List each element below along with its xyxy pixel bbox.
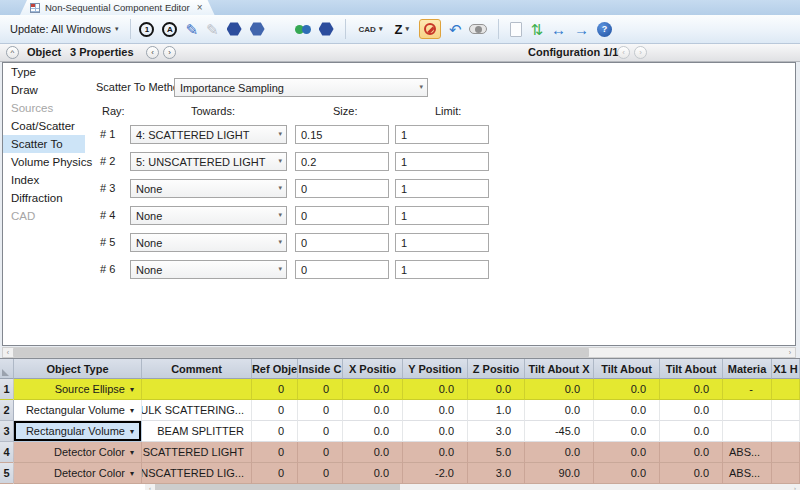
row-number[interactable]: 4: [0, 442, 14, 463]
cell-x[interactable]: 0.0: [343, 421, 403, 442]
cell-material[interactable]: ABS...: [723, 463, 772, 484]
cell-material[interactable]: [723, 400, 772, 421]
close-icon[interactable]: ×: [197, 2, 203, 13]
cell-object-type[interactable]: Source Ellipse▾: [14, 379, 142, 400]
help-icon[interactable]: ?: [597, 22, 612, 37]
cell-x1[interactable]: [772, 400, 800, 421]
cell-inside[interactable]: 0: [298, 421, 343, 442]
size-input[interactable]: 0.2: [295, 152, 389, 171]
row-number[interactable]: 5: [0, 463, 14, 484]
limit-input[interactable]: 1: [395, 260, 489, 279]
update-mode-dropdown[interactable]: Update: All Windows ▾: [6, 21, 122, 37]
cell-comment[interactable]: SCATTERED LIGHT: [142, 442, 252, 463]
cell-ref[interactable]: 0: [252, 421, 298, 442]
solid-model-icon[interactable]: [227, 22, 242, 36]
cell-material[interactable]: -: [723, 379, 772, 400]
limit-input[interactable]: 1: [395, 206, 489, 225]
cell-x1[interactable]: [772, 421, 800, 442]
detector-grid-icon[interactable]: [273, 23, 287, 35]
move-left-right-icon[interactable]: ↔: [551, 22, 566, 37]
cell-object-type[interactable]: Detector Color▾: [14, 463, 142, 484]
cell-tilt-y[interactable]: 0.0: [594, 463, 660, 484]
cell-ref[interactable]: 0: [252, 400, 298, 421]
collapse-panel-button[interactable]: ^: [6, 46, 19, 59]
cell-inside[interactable]: 0: [298, 442, 343, 463]
cell-z[interactable]: 5.0: [468, 442, 525, 463]
size-input[interactable]: 0: [295, 179, 389, 198]
cell-tilt-z[interactable]: 0.0: [660, 379, 723, 400]
cell-inside[interactable]: 0: [298, 400, 343, 421]
cell-comment[interactable]: BULK SCATTERING...: [142, 400, 252, 421]
cell-comment[interactable]: [142, 379, 252, 400]
cell-object-type[interactable]: Rectangular Volume▾: [14, 421, 142, 442]
cell-ref[interactable]: 0: [252, 379, 298, 400]
ray-dots-icon[interactable]: [295, 25, 311, 34]
cell-tilt-x[interactable]: 0.0: [525, 379, 594, 400]
cell-x[interactable]: 0.0: [343, 463, 403, 484]
cell-z[interactable]: 0.0: [468, 379, 525, 400]
towards-select[interactable]: None▾: [130, 206, 287, 225]
cell-x[interactable]: 0.0: [343, 442, 403, 463]
next-icon[interactable]: →: [574, 22, 589, 37]
scroll-right-icon[interactable]: ›: [790, 484, 800, 490]
limit-input[interactable]: 1: [395, 233, 489, 252]
sidebar-item-type[interactable]: Type: [3, 63, 85, 81]
cell-x1[interactable]: [772, 442, 800, 463]
cell-y[interactable]: -2.0: [403, 463, 468, 484]
scrollbar-thumb[interactable]: [13, 348, 589, 357]
size-input[interactable]: 0: [295, 260, 389, 279]
cell-tilt-z[interactable]: 0.0: [660, 421, 723, 442]
size-input[interactable]: 0.15: [295, 125, 389, 144]
cell-y[interactable]: 0.0: [403, 442, 468, 463]
scrollbar-thumb[interactable]: [155, 484, 400, 490]
cell-tilt-z[interactable]: 0.0: [660, 442, 723, 463]
sidebar-item-diffraction[interactable]: Diffraction: [3, 189, 85, 207]
cell-x1[interactable]: [772, 379, 800, 400]
sidebar-item-cad[interactable]: CAD: [3, 207, 85, 225]
cell-tilt-y[interactable]: 0.0: [594, 421, 660, 442]
scroll-left-icon[interactable]: ‹: [145, 484, 155, 490]
next-configuration-button[interactable]: ›: [634, 46, 647, 59]
swap-rows-icon[interactable]: ⇅: [530, 22, 543, 37]
cell-object-type[interactable]: Detector Color▾: [14, 442, 142, 463]
scatter-method-select[interactable]: Importance Sampling ▾: [174, 78, 428, 97]
cell-tilt-y[interactable]: 0.0: [594, 379, 660, 400]
update-all-icon[interactable]: A: [162, 22, 177, 37]
prev-configuration-button[interactable]: ‹: [617, 46, 630, 59]
cell-tilt-y[interactable]: 0.0: [594, 442, 660, 463]
cell-tilt-x[interactable]: 0.0: [525, 400, 594, 421]
cell-tilt-x[interactable]: 90.0: [525, 463, 594, 484]
cell-tilt-z[interactable]: 0.0: [660, 400, 723, 421]
cell-tilt-y[interactable]: 0.0: [594, 400, 660, 421]
cell-z[interactable]: 1.0: [468, 400, 525, 421]
cell-ref[interactable]: 0: [252, 463, 298, 484]
cell-inside[interactable]: 0: [298, 379, 343, 400]
nsc-shaded-icon[interactable]: [319, 22, 334, 36]
cad-menu[interactable]: CAD▾: [357, 25, 385, 34]
cell-comment[interactable]: BEAM SPLITTER: [142, 421, 252, 442]
cell-tilt-x[interactable]: 0.0: [525, 442, 594, 463]
towards-select[interactable]: 4: SCATTERED LIGHT▾: [130, 125, 287, 144]
sidebar-item-volume-physics[interactable]: Volume Physics: [3, 153, 85, 171]
cell-x[interactable]: 0.0: [343, 400, 403, 421]
row-number[interactable]: 2: [0, 400, 14, 421]
next-object-button[interactable]: ›: [163, 46, 176, 59]
towards-select[interactable]: None▾: [130, 233, 287, 252]
scroll-right-icon[interactable]: ›: [785, 348, 795, 357]
cell-comment[interactable]: UNSCATTERED LIG...: [142, 463, 252, 484]
cell-material[interactable]: ABS...: [723, 442, 772, 463]
limit-input[interactable]: 1: [395, 125, 489, 144]
cell-y[interactable]: 0.0: [403, 421, 468, 442]
table-horizontal-scrollbar[interactable]: ‹ ›: [145, 484, 800, 490]
toggle-icon[interactable]: [469, 24, 487, 34]
cell-material[interactable]: [723, 421, 772, 442]
limit-input[interactable]: 1: [395, 152, 489, 171]
cell-x[interactable]: 0.0: [343, 379, 403, 400]
cell-ref[interactable]: 0: [252, 442, 298, 463]
cell-object-type[interactable]: Rectangular Volume▾: [14, 400, 142, 421]
sidebar-item-scatter-to[interactable]: Scatter To: [3, 135, 85, 153]
properties-horizontal-scrollbar[interactable]: ‹ ›: [2, 347, 796, 358]
shaded-model-icon[interactable]: [250, 22, 265, 36]
prev-object-button[interactable]: ‹: [146, 46, 159, 59]
size-input[interactable]: 0: [295, 233, 389, 252]
